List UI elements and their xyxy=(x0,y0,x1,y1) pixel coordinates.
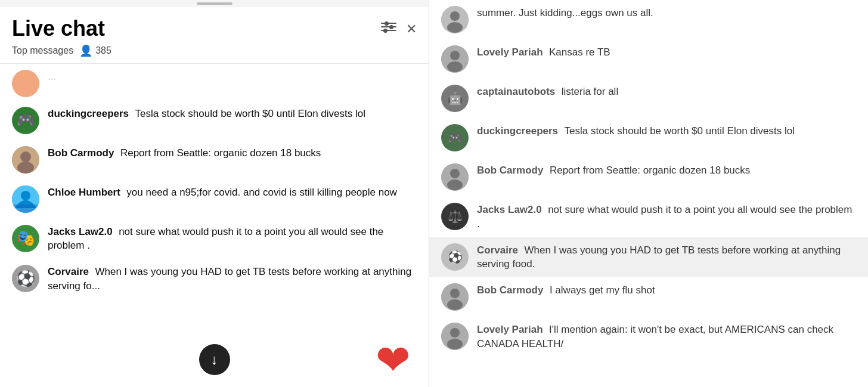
avatar xyxy=(441,283,469,311)
avatar xyxy=(441,323,469,350)
svg-point-8 xyxy=(447,22,463,33)
list-item: Bob Carmody Report from Seattle: organic… xyxy=(429,157,868,197)
svg-point-19 xyxy=(450,328,460,338)
chat-username: Bob Carmody xyxy=(477,165,543,176)
list-item: ⚽ Corvaire When I was young you HAD to g… xyxy=(0,259,429,299)
svg-point-4 xyxy=(21,191,30,200)
chat-content: summer. Just kidding...eggs own us all. xyxy=(477,6,856,20)
avatar xyxy=(12,70,39,97)
avatar: ⚖️ xyxy=(441,203,469,230)
chat-content: Lovely Pariah Kansas re TB xyxy=(477,45,856,60)
chat-username: Jacks Law2.0 xyxy=(477,204,542,215)
chat-username: Bob Carmody xyxy=(48,147,114,159)
list-item: Chloe Humbert you need a n95;for covid. … xyxy=(0,179,429,219)
avatar: ⚽ xyxy=(12,265,39,292)
svg-point-1 xyxy=(20,151,31,162)
header-icons: ✕ xyxy=(381,21,417,37)
chat-username: captainautobots xyxy=(477,86,555,97)
chat-username: duckingcreepers xyxy=(48,108,129,119)
svg-point-14 xyxy=(447,179,463,190)
svg-point-2 xyxy=(17,162,34,174)
scroll-hint xyxy=(0,0,429,7)
right-panel: summer. Just kidding...eggs own us all. … xyxy=(429,0,868,387)
filter-icon[interactable] xyxy=(381,23,396,36)
chat-message: Tesla stock should be worth $0 until Elo… xyxy=(565,125,795,137)
chat-username: Corvaire xyxy=(48,266,89,277)
scroll-down-button[interactable]: ↓ xyxy=(199,344,230,375)
avatar: 🎮 xyxy=(441,124,469,151)
close-button[interactable]: ✕ xyxy=(406,21,417,37)
svg-point-20 xyxy=(447,339,463,349)
chat-username: Lovely Pariah xyxy=(477,47,543,58)
svg-point-7 xyxy=(450,11,460,21)
list-item: 🎮 duckingcreepers Tesla stock should be … xyxy=(429,118,868,157)
svg-point-11 xyxy=(447,61,463,72)
chat-content: Jacks Law2.0 not sure what would push it… xyxy=(477,203,856,231)
chat-message: Report from Seattle: organic dozen 18 bu… xyxy=(120,147,321,159)
avatar xyxy=(12,185,39,213)
chat-content: Jacks Law2.0 not sure what would push it… xyxy=(48,225,417,253)
heart-icon: ❤ xyxy=(376,339,411,381)
avatar xyxy=(441,45,469,73)
chat-username: duckingcreepers xyxy=(477,125,558,137)
list-item: Bob Carmody Report from Seattle: organic… xyxy=(0,140,429,179)
chat-username: Corvaire xyxy=(477,244,518,256)
chat-content: ... xyxy=(48,70,417,84)
left-panel: Live chat ✕ Top messages 👤 385 ... xyxy=(0,0,429,387)
chat-username: Jacks Law2.0 xyxy=(48,226,113,237)
svg-point-13 xyxy=(450,169,460,178)
list-item: Bob Carmody I always get my flu shot xyxy=(429,277,868,317)
chat-content: Lovely Pariah I'll mention again: it won… xyxy=(477,323,856,351)
chat-message: you need a n95;for covid. and covid is s… xyxy=(126,187,397,198)
avatar xyxy=(441,6,469,33)
avatar xyxy=(441,163,469,191)
list-item: Lovely Pariah Kansas re TB xyxy=(429,39,868,79)
chat-message: I always get my flu shot xyxy=(550,284,655,296)
list-item: 🎭 Jacks Law2.0 not sure what would push … xyxy=(0,219,429,259)
chat-message: When I was young you HAD to get TB tests… xyxy=(48,266,411,292)
chat-content: Corvaire When I was young you HAD to get… xyxy=(477,243,856,272)
viewer-count: 👤 385 xyxy=(79,44,111,57)
viewer-count-number: 385 xyxy=(95,45,111,56)
svg-point-16 xyxy=(450,289,460,298)
svg-point-10 xyxy=(450,51,460,60)
list-item: summer. Just kidding...eggs own us all. xyxy=(429,0,868,39)
avatar xyxy=(12,146,39,174)
chat-message: When I was young you HAD to get TB tests… xyxy=(477,244,841,270)
chat-message: summer. Just kidding...eggs own us all. xyxy=(477,7,653,18)
chat-username: Lovely Pariah xyxy=(477,324,543,335)
avatar: 🎮 xyxy=(12,107,39,134)
chat-message: Tesla stock should be worth $0 until Elo… xyxy=(135,108,365,119)
top-messages-row: Top messages 👤 385 xyxy=(12,44,417,57)
chat-content: Corvaire When I was young you HAD to get… xyxy=(48,265,417,293)
chat-content: Bob Carmody Report from Seattle: organic… xyxy=(477,163,856,178)
list-item: ... xyxy=(0,69,429,101)
avatar: ⚽ xyxy=(441,243,469,271)
scroll-thumb xyxy=(197,2,232,5)
list-item: 🤖 captainautobots listeria for all xyxy=(429,79,868,118)
chat-message: Report from Seattle: organic dozen 18 bu… xyxy=(550,165,750,176)
left-chat-list[interactable]: ... 🎮 duckingcreepers Tesla stock should… xyxy=(0,64,429,387)
chat-message: Kansas re TB xyxy=(549,47,610,58)
left-header: Live chat ✕ Top messages 👤 385 xyxy=(0,7,429,64)
list-item: ⚖️ Jacks Law2.0 not sure what would push… xyxy=(429,197,868,237)
person-icon: 👤 xyxy=(79,44,92,57)
chat-content: Bob Carmody Report from Seattle: organic… xyxy=(48,146,417,160)
list-item: ⚽ Corvaire When I was young you HAD to g… xyxy=(429,237,868,278)
chat-username: Chloe Humbert xyxy=(48,187,120,198)
top-messages-label: Top messages xyxy=(12,45,73,56)
chat-message: listeria for all xyxy=(562,86,618,97)
chat-content: captainautobots listeria for all xyxy=(477,85,856,99)
list-item: Lovely Pariah I'll mention again: it won… xyxy=(429,317,868,357)
avatar: 🎭 xyxy=(12,225,39,252)
chat-username: Bob Carmody xyxy=(477,284,543,296)
page-title: Live chat xyxy=(12,17,105,41)
svg-rect-5 xyxy=(12,205,39,213)
list-item: 🎮 duckingcreepers Tesla stock should be … xyxy=(0,101,429,140)
svg-point-17 xyxy=(447,299,463,310)
chat-content: Chloe Humbert you need a n95;for covid. … xyxy=(48,185,417,200)
avatar: 🤖 xyxy=(441,85,469,112)
chat-content: duckingcreepers Tesla stock should be wo… xyxy=(48,107,417,121)
chat-content: duckingcreepers Tesla stock should be wo… xyxy=(477,124,856,138)
chat-content: Bob Carmody I always get my flu shot xyxy=(477,283,856,298)
